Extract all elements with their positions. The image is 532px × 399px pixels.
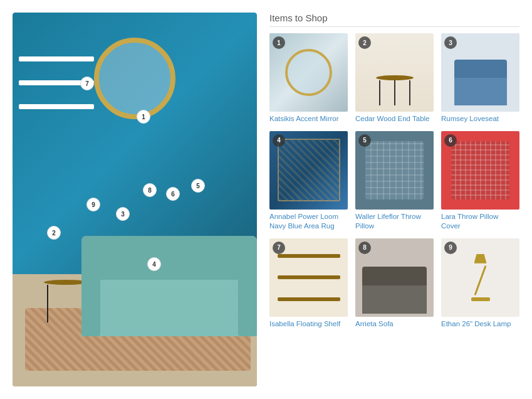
room-scene-panel: 1 2 3 4 5 6 7 8 9 [13,13,257,386]
shelf-plank-3 [278,297,340,301]
product-badge-5: 5 [358,134,371,147]
product-badge-3: 3 [444,36,457,49]
room-badge-8[interactable]: 8 [143,183,157,197]
lamp-arm [474,265,487,295]
product-item-9[interactable]: 9 Ethan 26" Desk Lamp [441,238,519,329]
room-badge-5[interactable]: 5 [191,179,205,193]
shelf-inner [278,254,340,301]
product-item-6[interactable]: 6 Lara Throw Pillow Cover [441,131,519,231]
sofa-arm-right [238,274,257,336]
products-grid: 1 Katsikis Accent Mirror 2 [269,33,519,329]
shelf-plank-1 [278,254,340,258]
product-name-4[interactable]: Annabel Power Loom Navy Blue Area Rug [269,212,348,231]
room-badge-6[interactable]: 6 [166,187,180,201]
product-item-7[interactable]: 7 Isabella Floating Shelf [269,238,348,329]
product-image-pillow-blue[interactable]: 5 [355,131,434,210]
end-table-leg-1 [47,285,48,322]
right-panel: Items to Shop 1 Katsikis Accent Mirror 2 [269,13,519,386]
room-badge-3[interactable]: 3 [116,207,130,221]
endtable-leg-2 [394,80,395,105]
product-badge-7: 7 [273,242,285,254]
product-name-2[interactable]: Cedar Wood End Table [355,114,434,124]
product-image-shelf[interactable]: 7 [269,238,348,317]
product-name-5[interactable]: Waller Lifeflor Throw Pillow [355,212,434,231]
pillow-red-inner [451,141,510,200]
product-image-sofa-gray[interactable]: 8 [355,238,434,317]
product-badge-4: 4 [273,134,285,147]
product-badge-1: 1 [273,36,285,49]
mirror-decor [94,38,175,119]
main-container: 1 2 3 4 5 6 7 8 9 Items to Shop 1 Katsik… [0,0,532,399]
endtable-top [376,75,414,80]
product-image-loveseat[interactable]: 3 [441,33,519,112]
shelf-plank-2 [278,275,340,279]
sofa-arm-left [81,274,100,336]
sofa-gray-back [362,267,427,285]
product-item-2[interactable]: 2 Cedar Wood End Table [355,33,434,124]
product-badge-2: 2 [358,36,371,49]
sofa-gray-inner [362,267,427,314]
product-name-8[interactable]: Arrieta Sofa [355,319,434,329]
room-badge-2[interactable]: 2 [47,226,61,240]
shelf-1 [19,56,94,61]
sofa-decor [81,236,257,336]
room-image: 1 2 3 4 5 6 7 8 9 [13,13,257,386]
lamp-base [471,297,490,301]
product-image-rug[interactable]: 4 [269,131,348,210]
product-name-6[interactable]: Lara Throw Pillow Cover [441,212,519,231]
product-badge-6: 6 [444,134,457,147]
product-item-4[interactable]: 4 Annabel Power Loom Navy Blue Area Rug [269,131,348,231]
product-image-pillow-red[interactable]: 6 [441,131,519,210]
product-name-9[interactable]: Ethan 26" Desk Lamp [441,319,519,329]
endtable-legs [379,80,410,105]
product-badge-8: 8 [358,242,371,254]
product-item-5[interactable]: 5 Waller Lifeflor Throw Pillow [355,131,434,231]
loveseat-back [454,60,507,78]
product-item-8[interactable]: 8 Arrieta Sofa [355,238,434,329]
section-title: Items to Shop [269,13,519,27]
pillow-blue-inner [365,141,424,200]
product-name-7[interactable]: Isabella Floating Shelf [269,319,348,329]
product-name-3[interactable]: Rumsey Loveseat [441,114,519,124]
shelf-3 [19,104,94,109]
sofa-cushion [103,286,235,317]
room-badge-1[interactable]: 1 [137,110,150,124]
loveseat-inner [454,60,507,106]
product-item-3[interactable]: 3 Rumsey Loveseat [441,33,519,124]
product-image-endtable[interactable]: 2 [355,33,434,112]
endtable-leg-3 [409,80,410,105]
product-name-1[interactable]: Katsikis Accent Mirror [269,114,348,124]
room-badge-4[interactable]: 4 [147,257,161,271]
endtable-inner [376,75,414,105]
product-item-1[interactable]: 1 Katsikis Accent Mirror [269,33,348,124]
rug-pattern [278,139,340,201]
room-badge-9[interactable]: 9 [86,198,100,211]
lamp-inner [471,254,490,301]
mirror-circle [285,49,332,96]
lamp-shade [474,254,487,263]
product-badge-9: 9 [444,242,457,254]
room-badge-7[interactable]: 7 [80,77,94,90]
sofa-back [81,236,257,280]
product-image-mirror[interactable]: 1 [269,33,348,112]
endtable-leg-1 [379,80,380,105]
product-image-lamp[interactable]: 9 [441,238,519,317]
